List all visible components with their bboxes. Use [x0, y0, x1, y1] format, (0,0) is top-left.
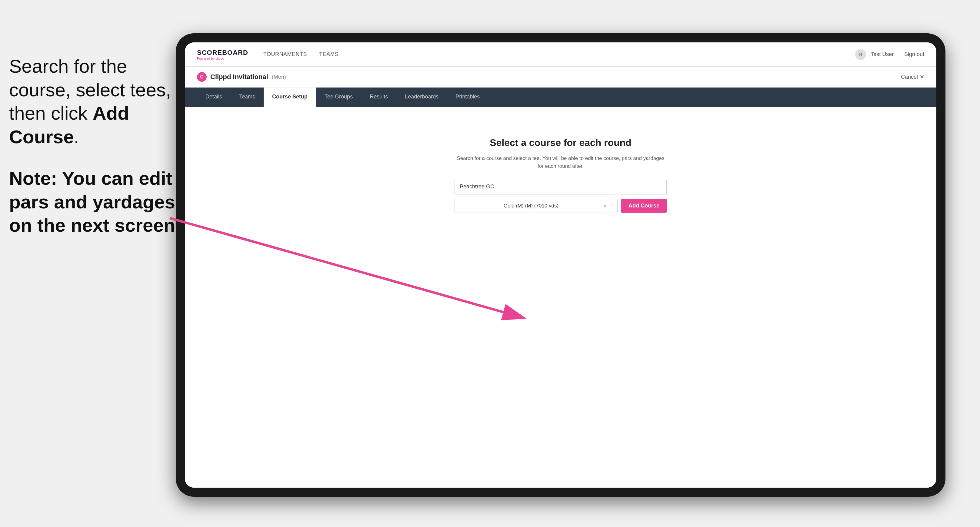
tablet-device: SCOREBOARD Powered by clippd TOURNAMENTS…: [176, 33, 945, 497]
course-setup-card: Select a course for each round Search fo…: [455, 137, 667, 213]
instruction-bold: Add Course: [9, 103, 129, 147]
main-content: Select a course for each round Search fo…: [185, 107, 936, 487]
logo-text: SCOREBOARD: [197, 49, 248, 57]
tab-printables[interactable]: Printables: [447, 87, 488, 107]
cancel-button[interactable]: Cancel ✕: [901, 74, 924, 80]
nav-teams[interactable]: TEAMS: [319, 51, 339, 57]
tab-course-setup[interactable]: Course Setup: [264, 87, 316, 107]
tee-controls: ✕ ⌃: [603, 203, 613, 209]
chevron-down-icon: ⌃: [609, 203, 613, 208]
top-nav: SCOREBOARD Powered by clippd TOURNAMENTS…: [185, 43, 936, 67]
logo-sub: Powered by clippd: [197, 57, 248, 60]
instruction-note-text: Note: You can edit pars and yardages on …: [9, 167, 185, 237]
tablet-screen: SCOREBOARD Powered by clippd TOURNAMENTS…: [185, 43, 936, 487]
tournament-title: C Clippd Invitational (Men): [197, 72, 286, 82]
tee-select-wrapper[interactable]: Gold (M) (M) (7010 yds) ✕ ⌃: [455, 199, 617, 213]
nav-tournaments[interactable]: TOURNAMENTS: [263, 51, 307, 57]
tee-select-row: Gold (M) (M) (7010 yds) ✕ ⌃ Add Course: [455, 199, 667, 213]
tournament-name: Clippd Invitational: [210, 73, 268, 81]
tab-tee-groups[interactable]: Tee Groups: [316, 87, 361, 107]
logo-area: SCOREBOARD Powered by clippd: [197, 49, 248, 60]
tournament-icon: C: [197, 72, 207, 82]
nav-left: SCOREBOARD Powered by clippd TOURNAMENTS…: [197, 49, 339, 60]
tee-clear-icon[interactable]: ✕: [603, 203, 607, 209]
nav-links: TOURNAMENTS TEAMS: [263, 51, 339, 57]
tournament-format: (Men): [272, 74, 286, 80]
card-title: Select a course for each round: [455, 137, 667, 148]
add-course-button[interactable]: Add Course: [621, 199, 667, 213]
tab-details[interactable]: Details: [197, 87, 231, 107]
user-avatar: R: [855, 49, 866, 60]
sign-out-link[interactable]: Sign out: [904, 51, 924, 57]
user-label: Test User: [870, 51, 894, 57]
tab-leaderboards[interactable]: Leaderboards: [396, 87, 447, 107]
instruction-panel: Search for the course, select tees, then…: [9, 54, 185, 237]
tab-results[interactable]: Results: [361, 87, 396, 107]
tab-teams[interactable]: Teams: [231, 87, 264, 107]
pipe: |: [898, 51, 900, 57]
tournament-header: C Clippd Invitational (Men) Cancel ✕: [185, 67, 936, 87]
nav-right: R Test User | Sign out: [855, 49, 924, 60]
tee-value: Gold (M) (M) (7010 yds): [459, 203, 603, 209]
tab-nav: Details Teams Course Setup Tee Groups Re…: [185, 87, 936, 107]
instruction-main-text: Search for the course, select tees, then…: [9, 54, 185, 148]
course-search-input[interactable]: [455, 179, 667, 194]
card-description: Search for a course and select a tee. Yo…: [455, 154, 667, 170]
